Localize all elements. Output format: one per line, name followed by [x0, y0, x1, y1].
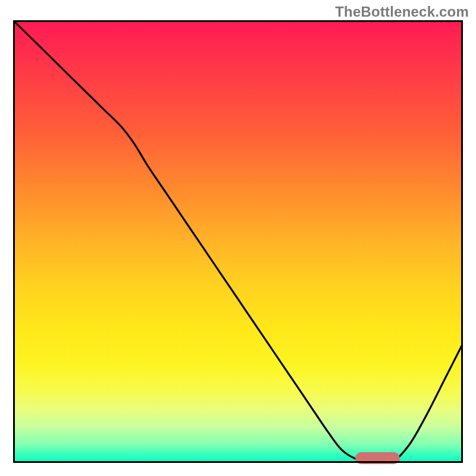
watermark-text: TheBottleneck.com: [335, 4, 469, 20]
gradient-background: [13, 20, 463, 463]
plot-area: [13, 20, 463, 463]
optimal-range-marker: [355, 452, 400, 464]
chart-container: TheBottleneck.com: [0, 0, 476, 476]
